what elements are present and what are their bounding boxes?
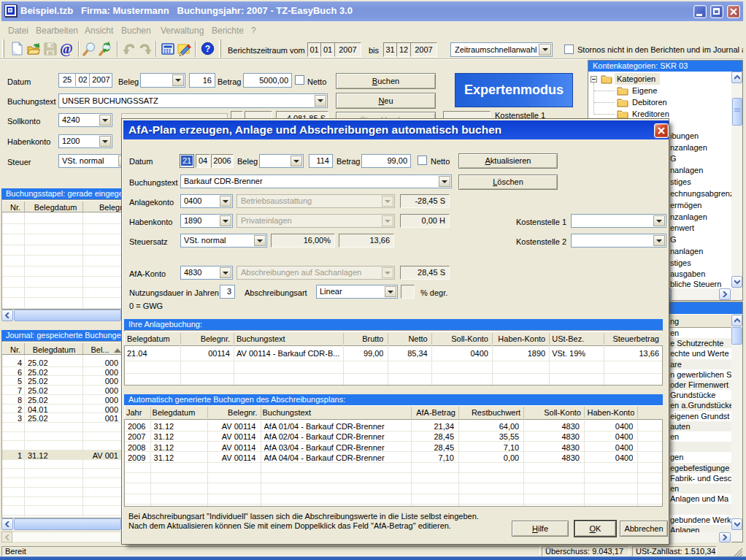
svg-text:?: ? [205,44,210,54]
